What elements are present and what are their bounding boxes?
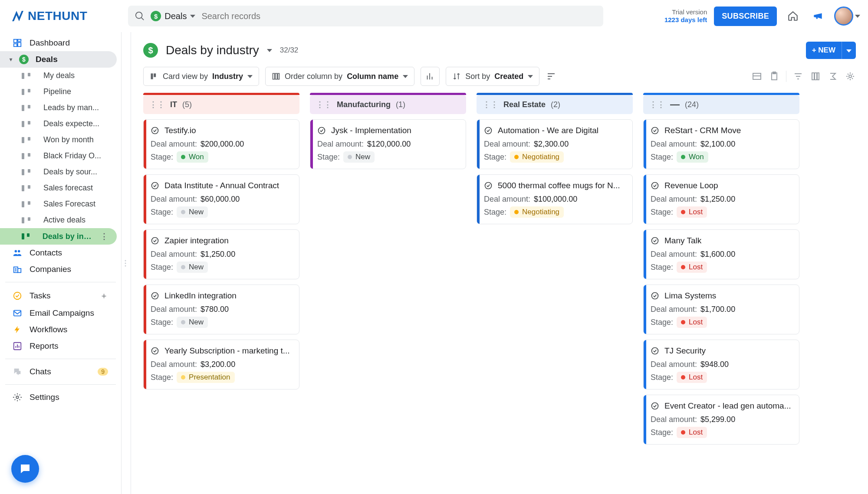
deal-card[interactable]: ReStart - CRM Move Deal amount: $2,100.0… — [643, 119, 799, 169]
card-amount-row: Deal amount: $100,000.00 — [484, 195, 625, 204]
deal-card[interactable]: 5000 thermal coffee mugs for N... Deal a… — [477, 174, 633, 224]
columns-config-icon[interactable] — [810, 71, 821, 82]
drag-handle-icon[interactable]: ⋮⋮ — [483, 100, 498, 109]
search-bar[interactable]: $ Deals — [128, 6, 603, 26]
sidebar-view-item[interactable]: Deals by indu...⋮ — [0, 228, 117, 245]
sidebar-view-item[interactable]: Pipeline — [0, 84, 117, 100]
search-scope-chip[interactable]: $ Deals — [151, 11, 195, 21]
sidebar-item-email[interactable]: Email Campaigns — [0, 305, 117, 321]
amount-value: $1,250.00 — [700, 195, 735, 204]
column-header[interactable]: ⋮⋮ Manufacturing (1) — [310, 95, 466, 114]
sidebar-view-item[interactable]: Active deals — [0, 212, 117, 228]
card-amount-row: Deal amount: $2,100.00 — [651, 140, 792, 149]
column-header[interactable]: ⋮⋮ — (24) — [643, 95, 799, 114]
trial-line2[interactable]: 1223 days left — [664, 16, 707, 24]
deal-card[interactable]: Event Creator - lead gen automa... Deal … — [643, 395, 799, 445]
drag-handle-icon[interactable]: ⋮⋮ — [649, 100, 665, 109]
sidebar-view-label: Sales Forecast — [43, 200, 95, 209]
deal-card[interactable]: Data Institute - Annual Contract Deal am… — [143, 174, 299, 224]
home-icon[interactable] — [784, 7, 802, 25]
stage-value: Presentation — [189, 373, 230, 382]
deal-card[interactable]: Testify.io Deal amount: $200,000.00 Stag… — [143, 119, 299, 169]
stage-pill: Lost — [677, 206, 707, 218]
sidebar-item-contacts[interactable]: Contacts — [0, 245, 117, 261]
card-stage-row: Stage: Lost — [651, 206, 792, 218]
columns-icon — [272, 72, 280, 81]
deal-card[interactable]: Jysk - Implementation Deal amount: $120,… — [310, 119, 466, 169]
clipboard-icon[interactable] — [769, 71, 780, 82]
amount-label: Deal amount: — [151, 250, 197, 259]
stage-pill: Won — [177, 151, 208, 163]
order-column-picker[interactable]: Order column by Column name — [265, 67, 414, 86]
sidebar-view-item[interactable]: Leads by man... — [0, 100, 117, 116]
deal-card[interactable]: Zapier integration Deal amount: $1,250.0… — [143, 229, 299, 279]
svg-rect-3 — [14, 44, 17, 46]
sidebar-view-label: Active deals — [43, 216, 85, 225]
cardview-field: Industry — [212, 72, 243, 81]
deal-card[interactable]: Lima Systems Deal amount: $1,700.00 Stag… — [643, 285, 799, 334]
announcement-icon[interactable] — [809, 7, 827, 25]
sidebar-view-item[interactable]: My deals — [0, 68, 117, 84]
chart-toggle-button[interactable] — [421, 67, 440, 86]
sidebar-item-settings[interactable]: Settings — [0, 389, 117, 406]
group-icon[interactable] — [546, 71, 557, 82]
card-view-picker[interactable]: Card view by Industry — [143, 67, 259, 86]
check-circle-icon — [651, 236, 659, 245]
column-header[interactable]: ⋮⋮ IT (5) — [143, 95, 299, 114]
more-icon[interactable]: ⋮ — [100, 232, 108, 241]
sidebar-view-item[interactable]: Black Friday O... — [0, 148, 117, 164]
account-menu[interactable] — [834, 7, 860, 26]
amount-label: Deal amount: — [651, 415, 697, 424]
table-view-icon[interactable] — [751, 71, 763, 82]
kanban-icon — [22, 137, 30, 143]
column-count: (1) — [396, 100, 405, 109]
search-input[interactable] — [201, 11, 596, 21]
svg-rect-7 — [14, 311, 21, 316]
card-list: Testify.io Deal amount: $200,000.00 Stag… — [143, 119, 299, 389]
view-title: Deals by industry — [166, 43, 259, 57]
sidebar-view-item[interactable]: Won by month — [0, 132, 117, 148]
subscribe-button[interactable]: SUBSCRIBE — [714, 7, 777, 26]
drag-handle-icon[interactable]: ⋮⋮ — [316, 100, 332, 109]
deal-card[interactable]: LinkedIn integration Deal amount: $780.0… — [143, 285, 299, 334]
sidebar-view-item[interactable]: Sales Forecast — [0, 196, 117, 212]
card-amount-row: Deal amount: $2,300.00 — [484, 140, 625, 149]
sidebar-item-companies[interactable]: Companies — [0, 261, 117, 278]
deal-card[interactable]: Many Talk Deal amount: $1,600.00 Stage: … — [643, 229, 799, 279]
sidebar-item-workflows[interactable]: Workflows — [0, 321, 117, 338]
svg-rect-14 — [154, 73, 156, 77]
sidebar-view-item[interactable]: Deals by sour... — [0, 164, 117, 180]
drag-handle-icon[interactable]: ⋮⋮ — [149, 100, 165, 109]
sidebar-item-deals[interactable]: ▾ $ Deals — [0, 51, 117, 68]
sidebar-item-reports[interactable]: Reports — [0, 338, 117, 354]
sidebar-resizer[interactable] — [122, 32, 131, 494]
filter-icon[interactable] — [792, 71, 804, 82]
brand-name: NETHUNT — [28, 9, 87, 23]
sidebar-item-dashboard[interactable]: Dashboard — [0, 35, 117, 51]
sort-picker[interactable]: Sort by Created — [446, 67, 539, 86]
new-record-button[interactable]: + NEW — [806, 42, 842, 59]
chevron-down-icon[interactable] — [267, 49, 272, 52]
card-stage-row: Stage: Lost — [651, 372, 792, 383]
sidebar-item-tasks[interactable]: Tasks ＋ — [0, 287, 117, 305]
gear-icon[interactable] — [845, 71, 856, 82]
new-record-dropdown[interactable] — [842, 42, 856, 59]
sidebar-view-item[interactable]: Deals expecte... — [0, 116, 117, 132]
amount-label: Deal amount: — [151, 305, 197, 314]
svg-point-33 — [652, 128, 658, 134]
check-circle-icon — [151, 236, 159, 245]
stage-value: Negotiating — [522, 208, 559, 216]
deal-card[interactable]: Automation - We are Digital Deal amount:… — [477, 119, 633, 169]
sidebar-item-chats[interactable]: Chats 9 — [0, 363, 117, 380]
kanban-icon — [22, 185, 30, 191]
sidebar-view-item[interactable]: Sales forecast — [0, 180, 117, 196]
card-stripe — [144, 175, 146, 224]
chat-fab[interactable] — [11, 455, 39, 483]
brand-logo[interactable]: NETHUNT — [10, 9, 87, 23]
column-header[interactable]: ⋮⋮ Real Estate (2) — [477, 95, 633, 114]
deal-card[interactable]: Yearly Subscription - marketing t... Dea… — [143, 340, 299, 389]
sigma-icon[interactable] — [827, 71, 838, 82]
deal-card[interactable]: Revenue Loop Deal amount: $1,250.00 Stag… — [643, 174, 799, 224]
add-task-icon[interactable]: ＋ — [100, 290, 108, 301]
deal-card[interactable]: TJ Security Deal amount: $948.00 Stage: … — [643, 340, 799, 389]
